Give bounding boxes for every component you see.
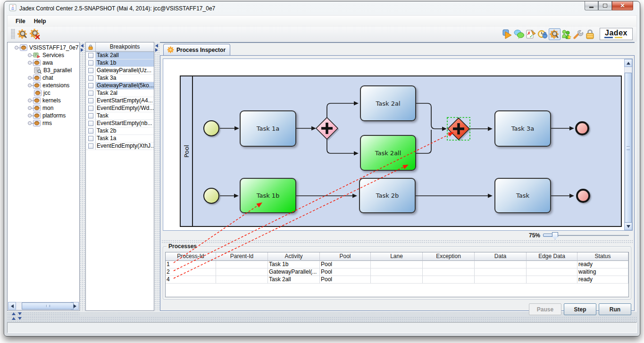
breakpoint-checkbox[interactable] (88, 98, 93, 103)
breakpoint-checkbox[interactable] (88, 128, 93, 134)
column-header-parent-id[interactable]: Parent-Id (216, 252, 268, 261)
breakpoint-checkbox[interactable] (88, 68, 93, 73)
conversation-icon[interactable] (513, 28, 525, 40)
starter-icon[interactable] (502, 28, 513, 40)
tree-expand-handle[interactable] (28, 61, 32, 65)
bpmn-task-2all[interactable]: Task 2all (360, 135, 416, 171)
column-header-pool[interactable]: Pool (320, 252, 371, 261)
tree-item-services[interactable]: Services (8, 51, 79, 59)
component-viewer-icon[interactable] (560, 28, 572, 40)
breakpoint-row[interactable]: EventEndEmpty(/Wd... (86, 105, 154, 112)
breakpoint-checkbox[interactable] (88, 91, 93, 96)
titlebar[interactable]: Jadex Control Center 2.5-SNAPSHOT (Mai 4… (4, 1, 640, 15)
tree-item-mon[interactable]: mon (8, 104, 79, 112)
scroll-left-button[interactable] (8, 302, 16, 310)
run-button[interactable]: Run (599, 303, 631, 315)
tree-item-extensions[interactable]: extensions (8, 82, 79, 89)
bpmn-start-a[interactable] (203, 120, 219, 136)
breakpoint-row[interactable]: GatewayParallel(5ko... (86, 82, 154, 90)
add-platform-icon[interactable] (17, 28, 28, 40)
process-row[interactable]: 2GatewayParallel(...Poolwaiting (166, 268, 628, 276)
maximize-button[interactable] (598, 1, 612, 10)
tree-item-awa[interactable]: awa (8, 59, 79, 67)
breakpoint-checkbox[interactable] (88, 75, 93, 81)
scroll-up-button[interactable] (624, 59, 632, 67)
column-header-edge-data[interactable]: Edge Data (527, 252, 577, 261)
tree-expand-handle[interactable] (15, 46, 18, 50)
scrollbar-thumb[interactable] (22, 302, 74, 310)
breakpoint-row[interactable]: Task 2all (86, 52, 154, 59)
scrollbar-thumb[interactable] (625, 73, 632, 223)
tree-item-kernels[interactable]: kernels (8, 97, 79, 104)
breakpoint-row[interactable]: Task 2b (86, 127, 154, 135)
pause-button[interactable]: Pause (529, 303, 561, 315)
tab-process-inspector[interactable]: Process Inspector (163, 44, 230, 55)
breakpoint-row[interactable]: EventStartEmpty(nb... (86, 120, 154, 127)
simulation-icon[interactable] (537, 28, 549, 40)
breakpoint-row[interactable]: EventEndEmpty(XthJ... (86, 142, 154, 150)
tree-expand-handle[interactable] (28, 76, 32, 80)
toolbar-grip[interactable] (11, 29, 15, 39)
tree-expand-handle[interactable] (28, 84, 32, 87)
kill-platform-icon[interactable] (29, 28, 41, 40)
breakpoint-row[interactable]: EventStartEmpty(A4... (86, 97, 154, 105)
diagram-vertical-scrollbar[interactable] (624, 59, 632, 230)
breakpoint-checkbox[interactable] (88, 60, 93, 66)
settings-wrench-icon[interactable] (572, 28, 584, 40)
bpmn-task-plain[interactable]: Task (494, 178, 551, 213)
breakpoint-row[interactable]: Task 1b (86, 59, 154, 67)
column-header-status[interactable]: Status (577, 252, 628, 261)
bpmn-task-2al[interactable]: Task 2al (360, 85, 416, 121)
column-header-activity[interactable]: Activity (268, 252, 320, 261)
bpmn-task-1b[interactable]: Task 1b (240, 178, 296, 213)
bpmn-task-1a[interactable]: Task 1a (240, 110, 296, 147)
bpmn-end-a[interactable] (575, 121, 589, 135)
breakpoint-checkbox[interactable] (88, 136, 93, 141)
breakpoint-checkbox[interactable] (88, 143, 93, 149)
tree-item-b3-parallel[interactable]: B3_parallel (8, 67, 79, 74)
column-header-exception[interactable]: Exception (423, 252, 475, 261)
diagram-viewport[interactable]: PoolTask 1aTask 2alTask 2allTask 3aTask … (163, 59, 624, 230)
menu-help[interactable]: Help (30, 17, 50, 26)
bpmn-task-2b[interactable]: Task 2b (359, 178, 416, 213)
column-header-process-id[interactable]: Process-Id (166, 252, 216, 261)
tree-item-rms[interactable]: rms (8, 119, 79, 127)
breakpoint-checkbox[interactable] (88, 113, 93, 118)
split-divider[interactable] (7, 317, 637, 322)
close-button[interactable]: ✕ (612, 1, 633, 10)
split-divider[interactable] (154, 42, 160, 311)
bpmn-task-3a[interactable]: Task 3a (494, 110, 551, 147)
breakpoint-checkbox[interactable] (88, 53, 93, 58)
column-header-data[interactable]: Data (475, 252, 527, 261)
tree-item-jcc[interactable]: jcc (8, 89, 79, 97)
split-divider[interactable] (7, 312, 80, 317)
breakpoints-column-header[interactable]: Breakpoints (96, 42, 154, 51)
breakpoint-row[interactable]: Task 2al (86, 90, 154, 97)
bpmn-end-b[interactable] (576, 189, 590, 203)
process-row[interactable]: 1Task 1bPoolready (166, 261, 628, 268)
minimize-button[interactable] (585, 1, 598, 10)
tree-expand-handle[interactable] (28, 114, 32, 117)
process-row[interactable]: 4Task 2allPoolready (166, 276, 628, 284)
breakpoint-row[interactable]: Task 3a (86, 75, 154, 82)
breakpoint-row[interactable]: Task (86, 112, 154, 120)
column-header-lane[interactable]: Lane (371, 252, 423, 261)
menu-file[interactable]: File (11, 17, 30, 26)
step-button[interactable]: Step (564, 303, 596, 315)
tree-item-vsisstaff17-0e7[interactable]: VSISSTAFF17_0e7 (8, 44, 79, 51)
tree-expand-handle[interactable] (28, 53, 32, 57)
tree-expand-handle[interactable] (28, 99, 32, 102)
process-inspector-icon[interactable] (549, 28, 560, 40)
tree-item-platforms[interactable]: platforms (8, 112, 79, 119)
breakpoint-row[interactable]: Task 1a (86, 135, 154, 142)
zoom-slider-thumb[interactable] (552, 232, 558, 240)
breakpoint-checkbox[interactable] (88, 106, 93, 111)
security-lock-icon[interactable] (584, 28, 596, 40)
breakpoint-checkbox[interactable] (88, 121, 93, 126)
breakpoint-checkbox[interactable] (88, 83, 93, 88)
split-divider[interactable] (80, 42, 85, 311)
tree-horizontal-scrollbar[interactable] (8, 302, 79, 310)
tree-expand-handle[interactable] (28, 121, 32, 125)
breakpoint-row[interactable]: GatewayParallel(Uz... (86, 67, 154, 75)
bpmn-start-b[interactable] (203, 188, 219, 204)
